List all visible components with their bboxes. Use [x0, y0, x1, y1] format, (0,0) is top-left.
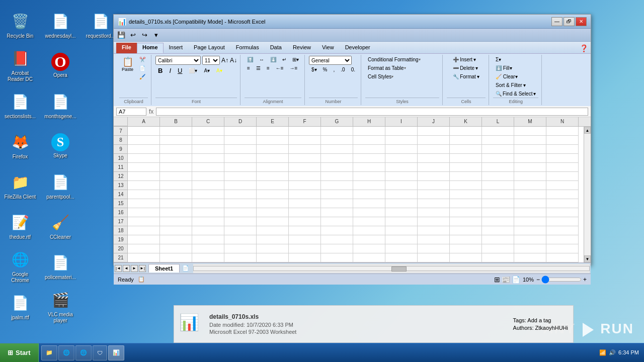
grid-cell[interactable] [385, 127, 418, 136]
conditional-formatting-button[interactable]: Conditional Formatting ▾ [365, 56, 423, 63]
desktop-icon-chrome[interactable]: 🌐 Google Chrome [0, 246, 40, 287]
grid-cell[interactable] [353, 172, 385, 181]
grid-cell[interactable] [160, 154, 192, 163]
formula-input[interactable] [156, 108, 588, 116]
grid-cell[interactable] [482, 253, 514, 262]
grid-cell[interactable] [257, 163, 289, 172]
grid-cell[interactable] [546, 127, 579, 136]
grid-cell[interactable] [192, 127, 224, 136]
grid-cell[interactable] [257, 235, 289, 244]
grid-cell[interactable] [128, 190, 160, 199]
grid-cell[interactable] [546, 136, 579, 145]
grid-cell[interactable] [321, 145, 353, 154]
row-header-8[interactable]: 8 [114, 136, 128, 145]
grid-cell[interactable] [385, 136, 418, 145]
grid-cell[interactable] [192, 244, 224, 253]
grid-cell[interactable] [257, 172, 289, 181]
grid-cell[interactable] [257, 127, 289, 136]
grid-cell[interactable] [289, 199, 321, 208]
grid-cell[interactable] [257, 136, 289, 145]
grid-cell[interactable] [192, 199, 224, 208]
grid-cell[interactable] [353, 199, 385, 208]
grid-cell[interactable] [257, 154, 289, 163]
grid-cell[interactable] [450, 235, 482, 244]
tab-formulas[interactable]: Formulas [230, 43, 265, 53]
grid-cell[interactable] [514, 127, 546, 136]
grid-cell[interactable] [128, 199, 160, 208]
grid-cell[interactable] [289, 163, 321, 172]
grid-cell[interactable] [160, 181, 192, 190]
col-header-e[interactable]: E [257, 117, 289, 126]
grid-cell[interactable] [418, 253, 450, 262]
row-header-18[interactable]: 18 [114, 226, 128, 235]
grid-cell[interactable] [128, 181, 160, 190]
tab-page-layout[interactable]: Page Layout [188, 43, 230, 53]
row-header-21[interactable]: 21 [114, 253, 128, 262]
page-break-view-icon[interactable]: 📄 [512, 276, 520, 284]
h-scroll-track[interactable] [193, 266, 590, 271]
italic-button[interactable]: I [167, 66, 174, 75]
grid-cell[interactable] [418, 136, 450, 145]
qat-dropdown-button[interactable]: ▾ [151, 30, 161, 40]
grid-cell[interactable] [546, 190, 579, 199]
copy-button[interactable]: 📄 [137, 64, 148, 72]
row-header-17[interactable]: 17 [114, 217, 128, 226]
grid-cell[interactable] [514, 253, 546, 262]
grid-cell[interactable] [289, 253, 321, 262]
grid-cell[interactable] [257, 145, 289, 154]
font-color-button[interactable]: A▾ [214, 67, 225, 74]
desktop-icon-jpalm[interactable]: 📄 jpalm.rtf [0, 287, 40, 327]
col-header-i[interactable]: I [385, 117, 418, 126]
col-header-l[interactable]: L [482, 117, 514, 126]
col-header-g[interactable]: G [321, 117, 353, 126]
ribbon-help-icon[interactable]: ❓ [580, 44, 588, 52]
grid-cell[interactable] [450, 172, 482, 181]
grid-cell[interactable] [514, 136, 546, 145]
taskbar-excel[interactable]: 📊 [108, 345, 124, 360]
grid-cell[interactable] [160, 190, 192, 199]
grid-cell[interactable] [321, 154, 353, 163]
grid-cell[interactable] [128, 145, 160, 154]
cell-styles-button[interactable]: Cell Styles ▾ [365, 73, 396, 80]
grid-cell[interactable] [257, 208, 289, 217]
grid-cell[interactable] [289, 208, 321, 217]
taskbar-explorer[interactable]: 📁 [41, 345, 57, 360]
grid-cell[interactable] [160, 244, 192, 253]
grid-cell[interactable] [546, 145, 579, 154]
grid-cell[interactable] [546, 181, 579, 190]
col-header-n[interactable]: N [546, 117, 579, 126]
grid-cell[interactable] [514, 226, 546, 235]
grid-cell[interactable] [482, 199, 514, 208]
grid-cell[interactable] [321, 181, 353, 190]
sort-filter-button[interactable]: Sort & Filter ▾ [493, 81, 528, 89]
grid-cell[interactable] [418, 127, 450, 136]
grid-cell[interactable] [289, 217, 321, 226]
grid-cell[interactable] [385, 226, 418, 235]
row-header-20[interactable]: 20 [114, 244, 128, 253]
grid-cell[interactable] [160, 226, 192, 235]
grid-cell[interactable] [224, 163, 257, 172]
grid-cell[interactable] [128, 163, 160, 172]
grid-cell[interactable] [385, 190, 418, 199]
grid-cell[interactable] [289, 181, 321, 190]
grid-cell[interactable] [546, 163, 579, 172]
increase-indent-button[interactable]: →≡ [287, 64, 300, 72]
grid-cell[interactable] [224, 145, 257, 154]
grid-cell[interactable] [289, 172, 321, 181]
autosum-button[interactable]: Σ▾ [493, 56, 504, 63]
grid-cell[interactable] [192, 136, 224, 145]
increase-font-button[interactable]: A↑ [221, 57, 228, 64]
grid-cell[interactable] [546, 208, 579, 217]
col-header-a[interactable]: A [128, 117, 160, 126]
currency-button[interactable]: $▾ [309, 66, 319, 73]
row-header-10[interactable]: 10 [114, 154, 128, 163]
zoom-out-button[interactable]: − [536, 276, 540, 283]
zoom-in-button[interactable]: + [583, 276, 587, 283]
grid-cell[interactable] [224, 190, 257, 199]
grid-cell[interactable] [450, 136, 482, 145]
grid-cell[interactable] [192, 226, 224, 235]
grid-cell[interactable] [514, 181, 546, 190]
grid-cell[interactable] [546, 217, 579, 226]
desktop-icon-firefox[interactable]: 🦊 Firefox [0, 126, 40, 166]
grid-cell[interactable] [514, 217, 546, 226]
